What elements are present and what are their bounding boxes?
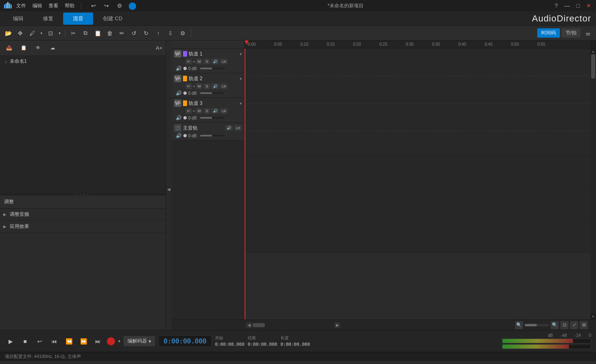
to-end-btn[interactable]: ⏭: [92, 336, 104, 347]
file-eye-btn[interactable]: 👁: [32, 43, 44, 53]
rewind-btn[interactable]: ↩: [34, 336, 45, 347]
track-3-pencil-btn[interactable]: ✏: [185, 108, 192, 114]
undo-icon[interactable]: ↩: [88, 0, 99, 11]
toolbar-import[interactable]: 📂: [2, 28, 14, 38]
toolbar-produce[interactable]: ⚙: [177, 28, 188, 38]
track-3-content[interactable]: [245, 104, 590, 131]
scrollbar-down-arrow[interactable]: ▼: [590, 314, 596, 319]
scrollbar-thumb[interactable]: [591, 54, 595, 79]
toolbar-upload[interactable]: ↑: [153, 28, 164, 38]
toolbar-fx1[interactable]: ↺: [128, 28, 140, 38]
update-icon[interactable]: ⬤: [127, 0, 138, 11]
adjust-item-effects[interactable]: ▶ 应用效果: [0, 221, 166, 233]
track-2-vol-slider[interactable]: [200, 92, 224, 94]
toolbar-pencil[interactable]: ✏: [116, 28, 128, 38]
time-mode-timecode[interactable]: 时间码: [537, 28, 560, 38]
minimize-button[interactable]: —: [563, 2, 572, 9]
toolbar-copy[interactable]: ⧉: [80, 28, 91, 38]
record-btn[interactable]: [107, 337, 115, 345]
track-3-m-btn[interactable]: M: [196, 108, 202, 114]
track-3-color-bar: [183, 100, 187, 106]
help-button[interactable]: ?: [553, 2, 560, 9]
zoom-out-btn[interactable]: 🔍: [515, 321, 523, 329]
track-2-vol-knob[interactable]: [183, 92, 187, 95]
to-start-btn[interactable]: ⏮: [49, 336, 60, 347]
record-dropdown-arrow[interactable]: ▾: [118, 339, 120, 343]
h-scrollbar-thumb[interactable]: [253, 323, 265, 327]
track-1-pencil-btn[interactable]: ✏: [185, 59, 192, 64]
track-3-s-btn[interactable]: S: [204, 108, 210, 114]
collapse-left-arrow[interactable]: ◀: [166, 49, 172, 330]
track-1-content[interactable]: [245, 49, 590, 76]
menu-edit[interactable]: 编辑: [32, 2, 42, 9]
zoom-full-btn[interactable]: ⊞: [580, 321, 588, 329]
mode-edit[interactable]: 编辑: [3, 13, 33, 25]
master-speaker-btn[interactable]: 🔊: [225, 125, 233, 131]
track-1-s-btn[interactable]: S: [204, 59, 210, 64]
time-mode-beat[interactable]: 节/拍: [562, 28, 581, 38]
toolbar-cut[interactable]: ✂: [68, 28, 79, 38]
redo-icon[interactable]: ↪: [101, 0, 112, 11]
track-1-m-btn[interactable]: M: [196, 59, 202, 64]
menu-file[interactable]: 文件: [16, 2, 26, 9]
track-2-s-btn[interactable]: S: [204, 83, 210, 89]
track-2-content[interactable]: [245, 76, 590, 104]
master-lr-btn[interactable]: LR: [234, 125, 242, 131]
track-3-lr-btn[interactable]: LR: [220, 108, 228, 114]
close-button[interactable]: ✕: [585, 2, 593, 9]
fast-backward-btn[interactable]: ⏪: [63, 336, 74, 347]
track-3-vol-knob[interactable]: [183, 116, 187, 119]
scroll-right-arrow[interactable]: ▶: [334, 322, 340, 328]
toolbar-download[interactable]: ⇩: [165, 28, 176, 38]
toolbar-fx2[interactable]: ↻: [140, 28, 152, 38]
toolbar-draw-dropdown[interactable]: ▾: [38, 28, 44, 38]
toolbar-draw[interactable]: 🖊: [27, 28, 38, 38]
track-1-lr-btn[interactable]: LR: [220, 59, 228, 64]
toolbar-select-dropdown[interactable]: ▾: [57, 28, 62, 38]
track-2-speaker-btn[interactable]: 🔊: [211, 83, 219, 89]
master-vol-slider[interactable]: [200, 135, 224, 136]
track-1-vol-knob[interactable]: [183, 67, 187, 70]
fast-forward-btn[interactable]: ⏩: [78, 336, 89, 347]
track-3-buttons: ✏ ▾ M S 🔊 LR: [185, 108, 242, 114]
menu-view[interactable]: 查看: [49, 2, 58, 9]
play-btn[interactable]: ▶: [5, 336, 16, 347]
menu-help[interactable]: 帮助: [65, 2, 74, 9]
toolbar-move[interactable]: ✥: [15, 28, 26, 38]
adjust-item-audio[interactable]: ▶ 调整音频: [0, 209, 166, 221]
track-1-speaker-btn[interactable]: 🔊: [211, 59, 219, 64]
zoom-slider[interactable]: [525, 324, 549, 326]
scroll-left-arrow[interactable]: ◀: [246, 322, 252, 328]
zoom-fit-btn[interactable]: ⊡: [560, 321, 568, 329]
settings-icon[interactable]: ⚙: [114, 0, 125, 11]
toolbar-select[interactable]: ⊡: [45, 28, 56, 38]
stop-btn[interactable]: ■: [19, 336, 31, 347]
file-import-btn[interactable]: 📤: [3, 43, 15, 53]
mode-mix[interactable]: 混音: [63, 13, 93, 25]
track-3-vol-slider[interactable]: [200, 117, 224, 119]
master-vol-knob[interactable]: [183, 134, 187, 137]
track-3-speaker-btn[interactable]: 🔊: [211, 108, 219, 114]
maximize-button[interactable]: □: [575, 2, 581, 9]
track-3-dropdown[interactable]: ▾: [240, 101, 242, 106]
toolbar-mixer-settings[interactable]: ⚌: [582, 28, 594, 38]
track-2-m-btn[interactable]: M: [196, 83, 202, 89]
scrollbar-up-arrow[interactable]: ▲: [590, 49, 596, 54]
track-2-pencil-btn[interactable]: ✏: [185, 83, 192, 89]
file-item-project[interactable]: ♪ 未命名1: [3, 57, 162, 66]
file-export-btn[interactable]: 📋: [18, 43, 29, 53]
track-2-dropdown[interactable]: ▾: [240, 77, 242, 81]
file-cloud-btn[interactable]: ☁: [47, 43, 58, 53]
codec-btn[interactable]: 编解码器 ▾: [123, 336, 155, 346]
track-1-vol-slider[interactable]: [200, 68, 224, 69]
master-track-content[interactable]: [245, 131, 590, 155]
font-size-btn[interactable]: A+: [156, 45, 162, 51]
track-2-lr-btn[interactable]: LR: [220, 83, 228, 89]
track-1-dropdown[interactable]: ▾: [240, 52, 242, 56]
mode-repair[interactable]: 修复: [33, 13, 63, 25]
mode-cd[interactable]: 创建 CD: [93, 13, 132, 25]
zoom-fit2-btn[interactable]: ⤢: [570, 321, 578, 329]
zoom-in-btn[interactable]: 🔍: [551, 321, 559, 329]
toolbar-paste[interactable]: 📋: [92, 28, 103, 38]
toolbar-delete[interactable]: 🗑: [104, 28, 115, 38]
